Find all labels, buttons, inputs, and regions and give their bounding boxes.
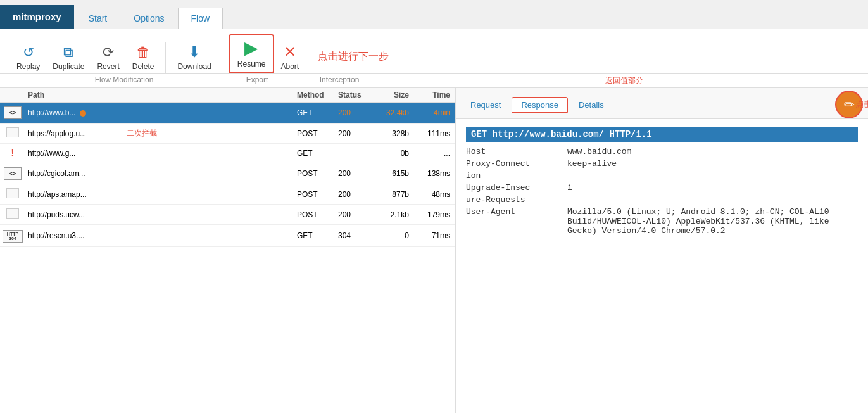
header-row: ure-Requests	[466, 195, 858, 205]
row-path: https://applog.u...	[25, 129, 297, 138]
edit-annotation: 点击编辑	[855, 99, 868, 110]
row-method: POST	[297, 190, 338, 199]
header-value: www.baidu.com	[567, 147, 631, 156]
main-content: Path Method Status Size Time <> http://w…	[0, 88, 868, 413]
header-row: Host www.baidu.com	[466, 147, 858, 156]
header-time: Time	[414, 91, 455, 99]
toolbar: ↺ Replay ⧉ Duplicate ⟳ Revert 🗑 Delete	[0, 29, 868, 74]
header-row: Proxy-Connect keep-alive	[466, 159, 858, 168]
row-icon: <>	[0, 106, 25, 119]
tab-details[interactable]: Details	[569, 97, 613, 112]
tab-flow[interactable]: Flow	[178, 8, 223, 29]
delete-button[interactable]: 🗑 Delete	[126, 43, 161, 73]
flow-modification-section: ↺ Replay ⧉ Duplicate ⟳ Revert 🗑 Delete	[10, 43, 160, 73]
row-size: 0b	[373, 149, 414, 158]
tab-response[interactable]: Response	[512, 97, 568, 113]
row-icon	[0, 188, 25, 200]
row-icon: !	[0, 148, 25, 159]
row-size: 615b	[373, 169, 414, 178]
header-value: keep-alive	[567, 159, 617, 168]
header-method: Method	[297, 91, 338, 99]
row-icon: HTTP304	[0, 229, 25, 243]
revert-button[interactable]: ⟳ Revert	[91, 43, 125, 73]
header-name: Proxy-Connect	[466, 159, 567, 168]
row-time: ...	[414, 149, 455, 158]
row-method: GET	[297, 108, 338, 117]
table-row[interactable]: https://applog.u... POST 200 328b 111ms …	[0, 124, 455, 144]
flow-modification-label: Flow Modification	[35, 74, 213, 87]
duplicate-icon: ⧉	[63, 46, 73, 60]
header-value: 1	[567, 183, 572, 193]
header-name: User-Agent	[466, 207, 567, 236]
row-time: 111ms	[414, 129, 455, 138]
row-time: 179ms	[414, 210, 455, 219]
row-path: http://aps.amap...	[25, 190, 297, 199]
table-row[interactable]: <> http://cgicol.am... POST 200 615b 138…	[0, 163, 455, 184]
header-icon	[0, 91, 25, 99]
row-size: 877b	[373, 190, 414, 199]
row-status: 304	[338, 231, 373, 240]
row-method: POST	[297, 210, 338, 219]
header-name: ure-Requests	[466, 195, 567, 205]
intercept-dot	[80, 110, 86, 117]
revert-icon: ⟳	[103, 46, 114, 60]
right-panel: Request Response Details ✏ 点击编辑 GET http…	[456, 88, 868, 413]
return-label: 返回值部分	[390, 74, 858, 87]
interception-section: ▶ Resume ✕ Abort	[229, 34, 305, 73]
header-row: ion	[466, 171, 858, 181]
row-method: GET	[297, 231, 338, 240]
tab-request[interactable]: Request	[461, 97, 510, 112]
row-size: 2.1kb	[373, 210, 414, 219]
table-row[interactable]: <> http://www.b... GET 200 32.4kb 4min	[0, 103, 455, 124]
row-icon	[0, 127, 25, 139]
tab-bar: mitmproxy Start Options Flow	[0, 0, 868, 29]
brand-label: mitmproxy	[0, 5, 74, 29]
table-row[interactable]: http://aps.amap... POST 200 877b 48ms	[0, 184, 455, 205]
panel-tabs: Request Response Details ✏ 点击编辑	[456, 88, 868, 119]
header-row: User-Agent Mozilla/5.0 (Linux; U; Androi…	[466, 207, 858, 236]
header-size: Size	[373, 91, 414, 99]
tab-start[interactable]: Start	[75, 8, 121, 29]
table-row[interactable]: HTTP304 http://rescn.u3.... GET 304 0 71…	[0, 225, 455, 247]
replay-icon: ↺	[23, 46, 34, 60]
header-name: Host	[466, 147, 567, 156]
request-content: GET http://www.baidu.com/ HTTP/1.1 Host …	[456, 119, 868, 413]
row-icon: <>	[0, 167, 25, 180]
row-time: 71ms	[414, 231, 455, 240]
interception-label: Interception	[289, 74, 390, 87]
table-row[interactable]: ! http://www.g... GET 0b ...	[0, 144, 455, 163]
row-time: 4min	[414, 108, 455, 117]
table-row[interactable]: http://puds.ucw... POST 200 2.1kb 179ms	[0, 205, 455, 225]
header-status: Status	[338, 91, 373, 99]
resume-button[interactable]: ▶ Resume	[229, 34, 275, 73]
step-annotation: 点击进行下一步	[318, 50, 389, 73]
header-value: Mozilla/5.0 (Linux; U; Android 8.1.0; zh…	[567, 207, 858, 236]
row-time: 48ms	[414, 190, 455, 199]
row-path: http://puds.ucw...	[25, 210, 297, 219]
header-name: ion	[466, 171, 567, 181]
row-size: 32.4kb	[373, 108, 414, 117]
edit-btn-container: ✏ 点击编辑	[835, 91, 863, 118]
header-row: Upgrade-Insec 1	[466, 183, 858, 193]
row-status: 200	[338, 108, 373, 117]
tab-options[interactable]: Options	[120, 8, 177, 29]
row-method: POST	[297, 129, 338, 138]
play-icon: ▶	[244, 39, 258, 57]
row-status: 200	[338, 210, 373, 219]
row-path: http://www.g...	[25, 149, 297, 158]
row-time: 138ms	[414, 169, 455, 178]
download-icon: ⬇	[188, 44, 201, 60]
row-size: 328b	[373, 129, 414, 138]
download-button[interactable]: ⬇ Download	[171, 42, 217, 73]
abort-icon: ✕	[284, 44, 296, 60]
row-method: GET	[297, 149, 338, 158]
table-header: Path Method Status Size Time	[0, 88, 455, 103]
export-label: Export	[225, 74, 289, 87]
abort-button[interactable]: ✕ Abort	[274, 42, 305, 73]
header-name: Upgrade-Insec	[466, 183, 567, 193]
row-size: 0	[373, 231, 414, 240]
duplicate-button[interactable]: ⧉ Duplicate	[46, 43, 91, 73]
replay-button[interactable]: ↺ Replay	[10, 43, 46, 73]
export-section: ⬇ Download	[171, 42, 217, 73]
row-status: 200	[338, 169, 373, 178]
